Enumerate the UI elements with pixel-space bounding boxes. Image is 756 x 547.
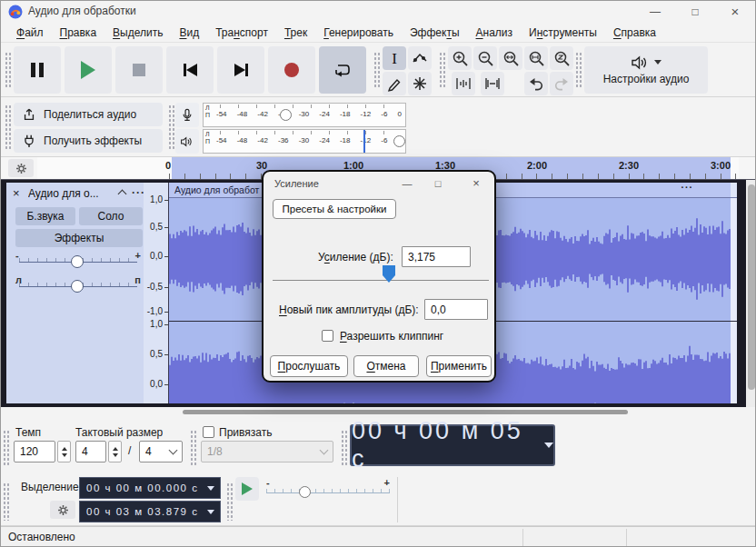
pan-slider-thumb[interactable]	[71, 280, 84, 293]
menu-view[interactable]: Вид	[171, 25, 207, 41]
menu-effects[interactable]: Эффекты	[402, 25, 468, 41]
play-at-speed-button[interactable]	[235, 477, 259, 501]
vertical-scrollbar[interactable]	[746, 180, 756, 407]
snap-checkbox[interactable]	[203, 426, 214, 438]
horizontal-scrollbar-thumb[interactable]	[183, 410, 628, 414]
cancel-button[interactable]: Отмена	[353, 355, 419, 377]
record-meter-button[interactable]	[175, 103, 199, 127]
play-speed-slider[interactable]: - +	[264, 477, 392, 501]
timeline-options-button[interactable]	[8, 159, 34, 177]
play-button[interactable]	[65, 46, 112, 94]
toolbar-grip[interactable]	[5, 52, 12, 88]
pan-slider[interactable]: л п	[15, 274, 141, 294]
toolbar-grip[interactable]	[226, 482, 234, 521]
undo-button[interactable]	[524, 72, 548, 95]
window-minimize-button[interactable]: —	[635, 1, 675, 23]
selection-end-field[interactable]: 00 ч 03 м 03.879 с	[79, 501, 221, 522]
draw-tool-button[interactable]	[383, 72, 406, 95]
toolbar-grip[interactable]	[190, 430, 197, 466]
multi-tool-button[interactable]	[408, 72, 432, 95]
menu-help[interactable]: Справка	[605, 25, 664, 41]
menu-analyze[interactable]: Анализ	[468, 25, 522, 41]
menu-transport[interactable]: Транспорт	[207, 25, 276, 41]
meter-ticks	[220, 131, 400, 134]
window-close-button[interactable]: ×	[715, 1, 755, 23]
envelope-tool-button[interactable]	[408, 46, 432, 70]
audio-setup-button[interactable]: Настройки аудио	[584, 46, 708, 94]
zoom-out-icon	[477, 50, 494, 67]
toolbar-grip[interactable]	[575, 52, 582, 88]
silence-audio-button[interactable]	[481, 72, 504, 95]
playback-meter-button[interactable]	[175, 129, 199, 154]
record-button[interactable]	[268, 46, 315, 94]
skip-to-end-button[interactable]	[217, 46, 264, 94]
menu-file[interactable]: Файл	[8, 25, 52, 41]
time-signature-lower-select[interactable]: 4	[139, 441, 183, 462]
selection-start-field[interactable]: 00 ч 00 м 00.000 с	[79, 477, 221, 499]
playback-volume-slider[interactable]	[393, 135, 405, 147]
toolbar-grip[interactable]	[439, 52, 446, 88]
trim-audio-button[interactable]	[452, 72, 475, 95]
presets-settings-button[interactable]: Пресеты & настройки	[273, 199, 396, 219]
zoom-fit-button[interactable]	[524, 46, 548, 70]
preview-button[interactable]: Прослушать	[270, 355, 348, 377]
track-close-icon[interactable]: ×	[13, 186, 20, 200]
zoom-toggle-button[interactable]	[550, 46, 573, 70]
mute-button[interactable]: Б.звука	[15, 207, 75, 225]
time-signature-upper-input[interactable]	[75, 441, 106, 462]
dialog-close-button[interactable]: ×	[465, 175, 487, 192]
speaker-icon	[180, 135, 194, 148]
tempo-stepper[interactable]	[57, 441, 71, 462]
toolbar-grip[interactable]	[3, 430, 10, 466]
new-peak-input[interactable]	[424, 299, 488, 320]
menu-generate[interactable]: Генерировать	[315, 25, 402, 41]
time-signature-stepper[interactable]	[108, 441, 122, 462]
skip-to-start-button[interactable]	[166, 46, 214, 94]
recording-meter[interactable]: ЛП -54-48-42-36-30-24-18-12-60	[203, 103, 406, 127]
redo-button[interactable]	[550, 72, 573, 95]
clip-menu-icon[interactable]: ···	[681, 182, 694, 193]
selection-tool-button[interactable]: I	[383, 46, 406, 70]
effects-button[interactable]: Эффекты	[15, 229, 143, 247]
toolbar-grip[interactable]	[3, 482, 10, 521]
toolbar-grip[interactable]	[5, 104, 12, 150]
zoom-out-button[interactable]	[473, 46, 497, 70]
gain-slider[interactable]: - +	[15, 250, 141, 270]
menu-select[interactable]: Выделить	[104, 25, 171, 41]
loop-button[interactable]	[319, 46, 366, 94]
dialog-minimize-button[interactable]: —	[396, 175, 418, 192]
snap-select[interactable]: 1/8	[201, 441, 333, 462]
playback-meter[interactable]: ЛП -54-48-42-36-30-24-18-12-60	[203, 129, 406, 154]
allow-clipping-checkbox[interactable]	[322, 330, 333, 342]
dialog-maximize-button[interactable]: □	[427, 175, 449, 192]
pause-button[interactable]	[14, 46, 61, 94]
recording-volume-slider[interactable]	[280, 109, 292, 121]
get-effects-button[interactable]: Получить эффекты	[14, 129, 163, 153]
selection-tool-icon: I	[392, 51, 397, 66]
stop-button[interactable]	[115, 46, 163, 94]
selection-options-button[interactable]	[50, 501, 75, 519]
toolbar-grip[interactable]	[168, 104, 175, 150]
audio-setup-label: Настройки аудио	[603, 73, 690, 85]
vertical-scrollbar-thumb[interactable]	[748, 184, 755, 390]
apply-button[interactable]: Применить	[426, 355, 492, 377]
audio-position-display[interactable]: 00 ч 00 м 05 с	[350, 424, 555, 466]
window-maximize-button[interactable]: □	[675, 1, 715, 23]
toolbar-grip[interactable]	[373, 52, 381, 88]
menu-edit[interactable]: Правка	[52, 25, 105, 41]
snap-label: Привязать	[219, 426, 272, 439]
share-audio-button[interactable]: Поделиться аудио	[14, 103, 163, 126]
zoom-in-button[interactable]	[448, 46, 472, 70]
menu-tools[interactable]: Инструменты	[521, 25, 605, 41]
speed-slider-thumb[interactable]	[299, 486, 311, 498]
zoom-selection-button[interactable]	[499, 46, 522, 70]
menu-tracks[interactable]: Трек	[276, 25, 315, 41]
amplification-slider[interactable]	[273, 280, 489, 281]
toolbar-grip[interactable]	[341, 430, 348, 466]
solo-button[interactable]: Соло	[79, 207, 143, 225]
track-name[interactable]: Аудио для о...	[28, 187, 114, 200]
track-collapse-icon[interactable]	[118, 190, 127, 199]
tempo-input[interactable]	[14, 441, 55, 462]
amplification-input[interactable]	[402, 246, 471, 267]
gain-slider-thumb[interactable]	[71, 255, 84, 268]
